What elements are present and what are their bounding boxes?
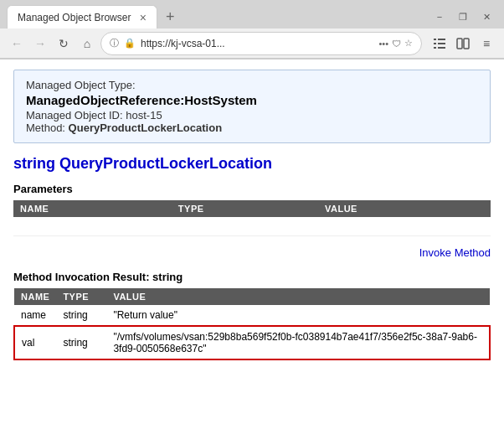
method-value: QueryProductLockerLocation [69, 122, 222, 134]
method-heading: string QueryProductLockerLocation [13, 155, 491, 173]
address-more-icon[interactable]: ••• [378, 39, 388, 49]
result-col-name: NAME [14, 288, 56, 305]
result-cell-type-2: string [56, 326, 106, 359]
address-star-icon[interactable]: ☆ [404, 38, 413, 49]
invoke-row: Invoke Method [13, 243, 491, 259]
address-info-icon: ⓘ [110, 37, 119, 49]
svg-rect-0 [434, 39, 436, 40]
nav-bar: ← → ↻ ⌂ ⓘ 🔒 https://kj-vcsa-01... ••• 🛡 … [0, 28, 504, 59]
back-button[interactable]: ← [7, 34, 27, 54]
svg-rect-5 [438, 47, 445, 49]
info-box: Managed Object Type: ManagedObjectRefere… [13, 70, 491, 143]
svg-rect-7 [464, 39, 469, 49]
id-value: host-15 [126, 109, 162, 122]
forward-button[interactable]: → [30, 34, 50, 54]
result-row-val: val string "/vmfs/volumes/vsan:529b8ba56… [14, 326, 490, 359]
result-cell-type-1: string [56, 305, 106, 326]
browser-tab[interactable]: Managed Object Browser × [7, 5, 157, 28]
page-content: Managed Object Type: ManagedObjectRefere… [0, 59, 504, 424]
tab-title: Managed Object Browser [18, 12, 133, 23]
browser-chrome: Managed Object Browser × + − ❐ ✕ ← → ↻ ⌂… [0, 0, 504, 59]
address-actions: ••• 🛡 ☆ [378, 38, 413, 49]
tab-bar: Managed Object Browser × + − ❐ ✕ [0, 0, 504, 28]
window-controls: − ❐ ✕ [429, 8, 497, 25]
info-box-label: Managed Object Type: [26, 79, 478, 91]
menu-button[interactable]: ≡ [476, 33, 497, 54]
svg-rect-3 [438, 39, 445, 40]
address-url: https://kj-vcsa-01... [141, 38, 373, 49]
params-empty-row [13, 217, 491, 235]
svg-rect-1 [434, 43, 436, 44]
home-button[interactable]: ⌂ [77, 34, 97, 54]
tab-close-icon[interactable]: × [140, 12, 147, 23]
svg-rect-4 [438, 43, 445, 44]
address-bar[interactable]: ⓘ 🔒 https://kj-vcsa-01... ••• 🛡 ☆ [100, 32, 422, 55]
result-col-type: TYPE [56, 288, 106, 305]
params-col-type: TYPE [172, 200, 318, 217]
result-heading: Method Invocation Result: string [13, 271, 491, 283]
refresh-button[interactable]: ↻ [54, 34, 74, 54]
restore-button[interactable]: ❐ [452, 8, 474, 25]
info-box-type: ManagedObjectReference:HostSystem [26, 93, 478, 107]
address-shield-icon: 🛡 [392, 39, 401, 49]
params-col-value: VALUE [318, 200, 491, 217]
address-lock-icon: 🔒 [124, 38, 136, 49]
info-box-method: Method: QueryProductLockerLocation [26, 122, 478, 134]
reading-list-button[interactable] [429, 33, 450, 54]
parameters-title: Parameters [13, 183, 491, 195]
result-table: NAME TYPE VALUE name string "Return valu… [13, 288, 491, 360]
id-label: Managed Object ID: [26, 109, 123, 122]
result-cell-value-2: "/vmfs/volumes/vsan:529b8ba569f52f0b-fc0… [106, 326, 490, 359]
method-label: Method: [26, 122, 65, 134]
new-tab-button[interactable]: + [162, 8, 178, 26]
side-by-side-button[interactable] [452, 33, 474, 54]
result-cell-value-1: "Return value" [106, 305, 490, 326]
result-col-value: VALUE [106, 288, 490, 305]
result-cell-name-2: val [14, 326, 56, 359]
nav-icons: ≡ [429, 33, 497, 54]
minimize-button[interactable]: − [429, 8, 450, 25]
info-box-id: Managed Object ID: host-15 [26, 109, 478, 122]
invoke-method-link[interactable]: Invoke Method [419, 246, 491, 259]
close-button[interactable]: ✕ [476, 8, 497, 25]
result-cell-name-1: name [14, 305, 56, 326]
result-row-name: name string "Return value" [14, 305, 490, 326]
parameters-table: NAME TYPE VALUE [13, 200, 491, 236]
svg-rect-6 [457, 39, 462, 49]
params-col-name: NAME [13, 200, 172, 217]
svg-rect-2 [434, 47, 436, 49]
